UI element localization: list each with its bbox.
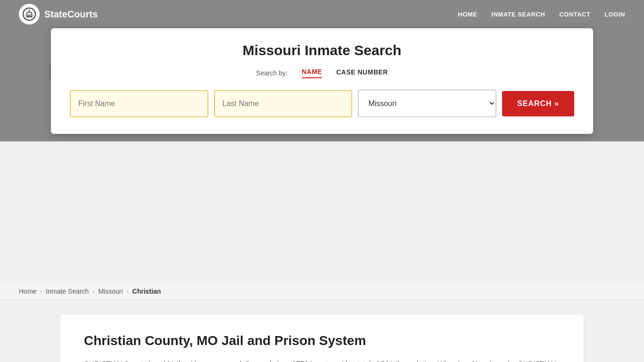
svg-rect-1	[26, 16, 33, 17]
svg-point-5	[29, 10, 30, 11]
search-tabs: Search by: NAME CASE NUMBER	[70, 68, 574, 78]
breadcrumb-current: Christian	[132, 288, 161, 295]
search-card-title: Missouri Inmate Search	[70, 42, 574, 58]
content-card: Christian County, MO Jail and Prison Sys…	[60, 314, 584, 362]
breadcrumb-inmate-search[interactable]: Inmate Search	[46, 288, 89, 295]
tab-name[interactable]: NAME	[302, 68, 322, 78]
tab-case-number[interactable]: CASE NUMBER	[336, 68, 388, 78]
last-name-input[interactable]	[214, 90, 353, 117]
logo-link[interactable]: StateCourts	[19, 4, 98, 25]
hero-section: COURTHOUSE StateCourts HOME INMATE SEARC…	[0, 0, 644, 141]
logo-text: StateCourts	[44, 9, 98, 20]
breadcrumb-sep-1: ›	[40, 288, 42, 295]
state-select[interactable]: Missouri AlabamaAlaskaArizonaArkansas Ca…	[358, 90, 496, 117]
breadcrumb-missouri[interactable]: Missouri	[98, 288, 123, 295]
nav-login[interactable]: LOGIN	[604, 11, 625, 18]
breadcrumb-sep-3: ›	[127, 288, 129, 295]
nav-links: HOME INMATE SEARCH CONTACT LOGIN	[458, 10, 625, 18]
search-button[interactable]: SEARCH »	[502, 91, 574, 116]
navbar: StateCourts HOME INMATE SEARCH CONTACT L…	[0, 0, 644, 28]
main-content: Christian County, MO Jail and Prison Sys…	[51, 300, 593, 362]
search-fields: Missouri AlabamaAlaskaArizonaArkansas Ca…	[70, 90, 574, 117]
county-title: Christian County, MO Jail and Prison Sys…	[84, 333, 560, 348]
first-name-input[interactable]	[70, 90, 208, 117]
breadcrumb-sep-2: ›	[92, 288, 94, 295]
nav-contact[interactable]: CONTACT	[559, 11, 590, 18]
nav-inmate-search[interactable]: INMATE SEARCH	[491, 11, 545, 18]
search-by-label: Search by:	[256, 69, 288, 77]
breadcrumb-home[interactable]: Home	[19, 288, 36, 295]
logo-icon	[19, 4, 40, 25]
nav-home[interactable]: HOME	[458, 11, 477, 18]
county-description: CHRISTIAN County has 44 jails with an av…	[84, 358, 560, 362]
search-card: Missouri Inmate Search Search by: NAME C…	[51, 28, 593, 134]
breadcrumb: Home › Inmate Search › Missouri › Christ…	[0, 283, 644, 300]
